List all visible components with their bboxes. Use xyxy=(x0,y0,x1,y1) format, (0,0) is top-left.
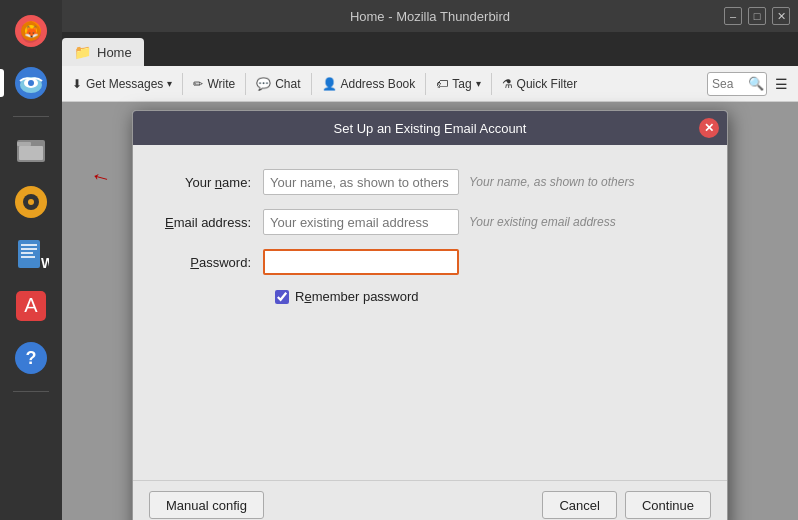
search-icon: 🔍 xyxy=(748,76,764,91)
password-row: Password: xyxy=(153,249,707,275)
tab-home[interactable]: 📁 Home xyxy=(62,38,144,66)
email-hint: Your existing email address xyxy=(469,215,616,229)
password-label: Password: xyxy=(153,255,263,270)
window-controls: – □ ✕ xyxy=(724,7,790,25)
close-icon: ✕ xyxy=(704,121,714,135)
remember-password-row: Remember password xyxy=(275,289,707,304)
svg-point-7 xyxy=(28,80,34,86)
title-bar: Home - Mozilla Thunderbird – □ ✕ xyxy=(62,0,798,32)
setup-email-dialog: Set Up an Existing Email Account ✕ Your … xyxy=(132,110,728,520)
svg-rect-18 xyxy=(21,256,35,258)
write-icon: ✏ xyxy=(193,77,203,91)
dock-item-help[interactable]: ? xyxy=(8,335,54,381)
tag-dropdown-icon: ▾ xyxy=(476,78,481,89)
name-label: Your name: xyxy=(153,175,263,190)
toolbar-separator-5 xyxy=(491,73,492,95)
continue-button[interactable]: Continue xyxy=(625,491,711,519)
dialog-footer: Manual config Cancel Continue xyxy=(133,480,727,520)
toolbar-separator-1 xyxy=(182,73,183,95)
cancel-button[interactable]: Cancel xyxy=(542,491,616,519)
dock-item-rhythmbox[interactable] xyxy=(8,179,54,225)
tab-label: Home xyxy=(97,45,132,60)
chat-button[interactable]: 💬 Chat xyxy=(250,74,306,94)
svg-text:?: ? xyxy=(26,348,37,368)
window-title: Home - Mozilla Thunderbird xyxy=(350,9,510,24)
get-messages-button[interactable]: ⬇ Get Messages ▾ xyxy=(66,74,178,94)
quick-filter-label: Quick Filter xyxy=(517,77,578,91)
menu-button[interactable]: ☰ xyxy=(769,73,794,95)
dock-item-thunderbird[interactable] xyxy=(8,60,54,106)
remember-password-checkbox[interactable] xyxy=(275,290,289,304)
svg-rect-15 xyxy=(21,244,37,246)
dock-divider xyxy=(13,116,49,117)
address-book-button[interactable]: 👤 Address Book xyxy=(316,74,422,94)
dock-item-files[interactable] xyxy=(8,127,54,173)
name-row: Your name: Your name, as shown to others xyxy=(153,169,707,195)
address-book-icon: 👤 xyxy=(322,77,337,91)
toolbar-separator-3 xyxy=(311,73,312,95)
dialog-action-buttons: Cancel Continue xyxy=(542,491,711,519)
tab-folder-icon: 📁 xyxy=(74,44,91,60)
get-messages-dropdown-icon: ▾ xyxy=(167,78,172,89)
svg-rect-10 xyxy=(19,146,43,160)
password-input[interactable] xyxy=(263,249,459,275)
dialog-body: Your name: Your name, as shown to others… xyxy=(133,145,727,340)
get-messages-icon: ⬇ xyxy=(72,77,82,91)
application-dock: 🦊 xyxy=(0,0,62,520)
name-input[interactable] xyxy=(263,169,459,195)
write-button[interactable]: ✏ Write xyxy=(187,74,241,94)
name-hint: Your name, as shown to others xyxy=(469,175,634,189)
dialog-space xyxy=(133,340,727,480)
email-row: Email address: Your existing email addre… xyxy=(153,209,707,235)
close-button[interactable]: ✕ xyxy=(772,7,790,25)
dialog-close-button[interactable]: ✕ xyxy=(699,118,719,138)
toolbar-separator-2 xyxy=(245,73,246,95)
search-box[interactable]: 🔍 xyxy=(707,72,767,96)
main-window: Home - Mozilla Thunderbird – □ ✕ 📁 Home … xyxy=(62,0,798,520)
quick-filter-button[interactable]: ⚗ Quick Filter xyxy=(496,74,584,94)
write-label: Write xyxy=(207,77,235,91)
tag-label: Tag xyxy=(452,77,471,91)
address-book-label: Address Book xyxy=(341,77,416,91)
dock-item-firefox[interactable]: 🦊 xyxy=(8,8,54,54)
svg-point-13 xyxy=(28,199,34,205)
tag-icon: 🏷 xyxy=(436,77,448,91)
svg-text:W: W xyxy=(41,255,49,271)
restore-button[interactable]: □ xyxy=(748,7,766,25)
svg-rect-9 xyxy=(17,142,31,146)
tab-bar: 📁 Home xyxy=(62,32,798,66)
dialog-title-bar: Set Up an Existing Email Account ✕ xyxy=(133,111,727,145)
modal-overlay: Set Up an Existing Email Account ✕ Your … xyxy=(62,102,798,520)
chat-icon: 💬 xyxy=(256,77,271,91)
filter-icon: ⚗ xyxy=(502,77,513,91)
remember-password-label: Remember password xyxy=(295,289,419,304)
dock-divider-bottom xyxy=(13,391,49,392)
minimize-button[interactable]: – xyxy=(724,7,742,25)
tag-button[interactable]: 🏷 Tag ▾ xyxy=(430,74,486,94)
get-messages-label: Get Messages xyxy=(86,77,163,91)
toolbar-separator-4 xyxy=(425,73,426,95)
email-label: Email address: xyxy=(153,215,263,230)
dialog-title: Set Up an Existing Email Account xyxy=(334,121,527,136)
dock-item-writer[interactable]: W xyxy=(8,231,54,277)
svg-text:🦊: 🦊 xyxy=(24,24,39,39)
email-input[interactable] xyxy=(263,209,459,235)
svg-text:A: A xyxy=(24,294,38,316)
manual-config-button[interactable]: Manual config xyxy=(149,491,264,519)
search-input[interactable] xyxy=(712,77,748,91)
svg-rect-17 xyxy=(21,252,33,254)
toolbar: ⬇ Get Messages ▾ ✏ Write 💬 Chat 👤 Addres… xyxy=(62,66,798,102)
content-area: ← Set Up an Existing Email Account ✕ You… xyxy=(62,102,798,520)
svg-rect-16 xyxy=(21,248,37,250)
chat-label: Chat xyxy=(275,77,300,91)
dock-item-software[interactable]: A xyxy=(8,283,54,329)
